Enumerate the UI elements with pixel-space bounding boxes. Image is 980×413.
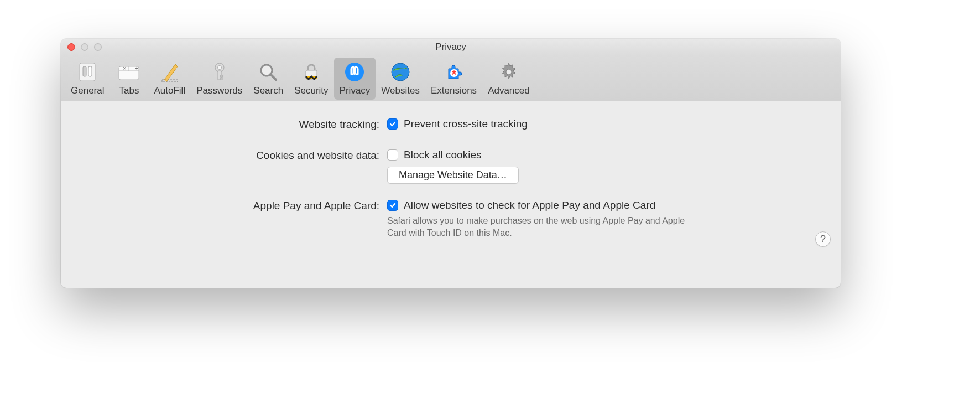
websites-icon [388, 60, 413, 84]
apple-pay-label: Apple Pay and Apple Card: [83, 199, 387, 212]
tab-label: Extensions [431, 85, 477, 96]
privacy-icon [342, 60, 367, 84]
general-icon [75, 60, 100, 84]
tab-label: AutoFill [154, 85, 185, 96]
advanced-icon [497, 60, 521, 84]
svg-marker-8 [164, 64, 178, 82]
passwords-icon [207, 60, 232, 84]
svg-rect-0 [80, 63, 95, 81]
tab-label: Tabs [119, 85, 139, 96]
svg-rect-21 [353, 67, 356, 75]
zoom-window-button[interactable] [94, 43, 102, 51]
window-controls [67, 43, 102, 51]
manage-website-data-button[interactable]: Manage Website Data… [387, 167, 519, 184]
prevent-cross-site-tracking-checkbox[interactable] [387, 118, 398, 130]
block-all-cookies-label: Block all cookies [404, 149, 481, 161]
svg-text:+: + [135, 65, 138, 71]
tab-advanced[interactable]: Advanced [482, 58, 535, 100]
privacy-pane: Website tracking: Prevent cross-site tra… [61, 101, 841, 255]
extensions-icon [442, 60, 466, 84]
help-button[interactable]: ? [815, 231, 831, 247]
preferences-toolbar: General × + Tabs [61, 55, 841, 101]
close-window-button[interactable] [67, 43, 75, 51]
svg-rect-2 [88, 66, 92, 76]
prevent-cross-site-tracking-label: Prevent cross-site tracking [404, 118, 528, 130]
tab-autofill[interactable]: AutoFill [148, 58, 191, 100]
tab-label: General [71, 85, 104, 96]
titlebar: Privacy [61, 39, 841, 55]
tab-search[interactable]: Search [248, 58, 289, 100]
tab-privacy[interactable]: Privacy [334, 58, 376, 100]
tab-label: Advanced [488, 85, 530, 96]
svg-rect-13 [220, 75, 223, 77]
allow-apple-pay-check-label: Allow websites to check for Apple Pay an… [404, 199, 655, 211]
tab-security[interactable]: Security [289, 58, 333, 100]
tab-label: Passwords [196, 85, 242, 96]
block-all-cookies-checkbox[interactable] [387, 149, 398, 161]
preferences-window: Privacy General [61, 39, 841, 288]
security-icon [299, 60, 324, 84]
search-icon [256, 60, 280, 84]
tab-label: Security [294, 85, 328, 96]
tab-label: Privacy [340, 85, 371, 96]
website-tracking-label: Website tracking: [83, 118, 387, 131]
cookies-label: Cookies and website data: [83, 149, 387, 162]
svg-point-11 [217, 66, 221, 70]
tab-label: Websites [381, 85, 420, 96]
tab-extensions[interactable]: Extensions [425, 58, 482, 100]
autofill-icon [158, 60, 182, 84]
svg-point-27 [506, 69, 512, 75]
apple-pay-subtext: Safari allows you to make purchases on t… [387, 215, 697, 239]
allow-apple-pay-check-checkbox[interactable] [387, 200, 398, 211]
tab-label: Search [253, 85, 283, 96]
window-title: Privacy [435, 42, 466, 53]
svg-rect-14 [220, 78, 222, 80]
tabs-icon: × + [117, 60, 141, 84]
tab-passwords[interactable]: Passwords [191, 58, 248, 100]
svg-line-16 [270, 74, 276, 80]
tab-websites[interactable]: Websites [376, 58, 425, 100]
tab-tabs[interactable]: × + Tabs [110, 58, 148, 100]
tab-general[interactable]: General [65, 58, 110, 100]
minimize-window-button[interactable] [81, 43, 88, 51]
svg-rect-1 [83, 66, 86, 76]
svg-text:×: × [123, 65, 126, 71]
